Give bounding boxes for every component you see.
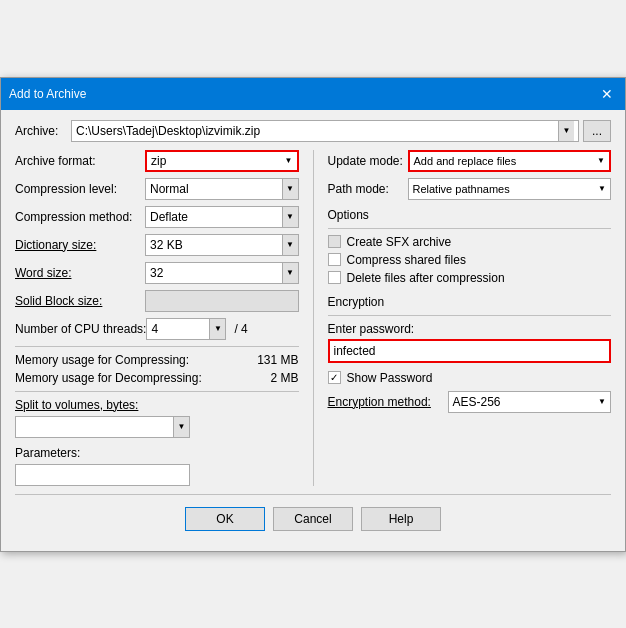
right-panel: Update mode: Add and replace files ▼ Pat…	[328, 150, 612, 486]
mem-decompress-value: 2 MB	[239, 371, 299, 385]
split-arrow[interactable]: ▼	[173, 417, 189, 437]
cpu-threads-combo[interactable]: 4 ▼	[146, 318, 226, 340]
dictionary-size-arrow[interactable]: ▼	[282, 235, 298, 255]
compression-method-combo[interactable]: Deflate ▼	[145, 206, 299, 228]
mem-compress-label: Memory usage for Compressing:	[15, 353, 239, 367]
solid-block-row: Solid Block size:	[15, 290, 299, 312]
compression-method-label: Compression method:	[15, 210, 145, 224]
delete-label: Delete files after compression	[347, 271, 505, 285]
compression-method-row: Compression method: Deflate ▼	[15, 206, 299, 228]
params-label: Parameters:	[15, 446, 80, 460]
password-input[interactable]	[328, 339, 612, 363]
dictionary-size-value: 32 KB	[146, 238, 282, 252]
left-panel: Archive format: zip ▼ Compression level:…	[15, 150, 299, 486]
delete-checkbox[interactable]	[328, 271, 341, 284]
compression-level-value: Normal	[146, 182, 282, 196]
path-mode-row: Path mode: Relative pathnames ▼	[328, 178, 612, 200]
titlebar: Add to Archive ✕	[1, 78, 625, 110]
cpu-threads-total: / 4	[234, 322, 247, 336]
footer: OK Cancel Help	[15, 494, 611, 541]
update-mode-label: Update mode:	[328, 154, 408, 168]
archive-path-arrow[interactable]: ▼	[558, 121, 574, 141]
add-to-archive-dialog: Add to Archive ✕ Archive: C:\Users\Tadej…	[0, 77, 626, 552]
options-label: Options	[328, 208, 369, 222]
enc-method-select[interactable]: AES-256 ▼	[448, 391, 612, 413]
path-mode-value: Relative pathnames	[413, 183, 510, 195]
archive-path-row: Archive: C:\Users\Tadej\Desktop\izvimik.…	[15, 120, 611, 142]
format-arrow: ▼	[285, 156, 293, 165]
enc-method-value: AES-256	[453, 395, 501, 409]
compression-method-value: Deflate	[146, 210, 282, 224]
sfx-checkbox[interactable]	[328, 235, 341, 248]
help-button[interactable]: Help	[361, 507, 441, 531]
cpu-threads-label: Number of CPU threads:	[15, 322, 146, 336]
path-mode-select[interactable]: Relative pathnames ▼	[408, 178, 612, 200]
ok-button[interactable]: OK	[185, 507, 265, 531]
format-select[interactable]: zip ▼	[145, 150, 299, 172]
dictionary-size-row: Dictionary size: 32 KB ▼	[15, 234, 299, 256]
word-size-arrow[interactable]: ▼	[282, 263, 298, 283]
show-password-row: Show Password	[328, 371, 612, 385]
path-mode-label: Path mode:	[328, 182, 408, 196]
mem-compress-value: 131 MB	[239, 353, 299, 367]
cpu-threads-arrow[interactable]: ▼	[209, 319, 225, 339]
compression-level-combo[interactable]: Normal ▼	[145, 178, 299, 200]
mem-decompress-label: Memory usage for Decompressing:	[15, 371, 239, 385]
solid-block-label: Solid Block size:	[15, 294, 145, 308]
mem-decompress-row: Memory usage for Decompressing: 2 MB	[15, 371, 299, 385]
shared-option-row: Compress shared files	[328, 253, 612, 267]
enc-method-label: Encryption method:	[328, 395, 448, 409]
mem-compress-row: Memory usage for Compressing: 131 MB	[15, 353, 299, 367]
show-password-label: Show Password	[347, 371, 433, 385]
params-input[interactable]	[15, 464, 190, 486]
cancel-button[interactable]: Cancel	[273, 507, 353, 531]
compression-method-arrow[interactable]: ▼	[282, 207, 298, 227]
dictionary-size-combo[interactable]: 32 KB ▼	[145, 234, 299, 256]
archive-label: Archive:	[15, 124, 71, 138]
shared-label: Compress shared files	[347, 253, 466, 267]
update-mode-select[interactable]: Add and replace files ▼	[408, 150, 612, 172]
delete-option-row: Delete files after compression	[328, 271, 612, 285]
encryption-section: Encryption Enter password: Show Password…	[328, 295, 612, 413]
panel-divider	[313, 150, 314, 486]
compression-level-arrow[interactable]: ▼	[282, 179, 298, 199]
browse-button[interactable]: ...	[583, 120, 611, 142]
shared-checkbox[interactable]	[328, 253, 341, 266]
split-label: Split to volumes, bytes:	[15, 398, 138, 412]
close-button[interactable]: ✕	[597, 84, 617, 104]
dictionary-size-label: Dictionary size:	[15, 238, 145, 252]
update-mode-row: Update mode: Add and replace files ▼	[328, 150, 612, 172]
word-size-combo[interactable]: 32 ▼	[145, 262, 299, 284]
password-label: Enter password:	[328, 322, 612, 336]
dialog-title: Add to Archive	[9, 87, 86, 101]
format-row: Archive format: zip ▼	[15, 150, 299, 172]
compression-level-label: Compression level:	[15, 182, 145, 196]
encryption-title: Encryption	[328, 295, 385, 309]
enc-method-row: Encryption method: AES-256 ▼	[328, 391, 612, 413]
word-size-value: 32	[146, 266, 282, 280]
format-label: Archive format:	[15, 154, 145, 168]
enc-method-arrow: ▼	[598, 397, 606, 406]
sfx-label: Create SFX archive	[347, 235, 452, 249]
format-value: zip	[151, 154, 166, 168]
word-size-label: Word size:	[15, 266, 145, 280]
solid-block-input[interactable]	[145, 290, 299, 312]
archive-path-value: C:\Users\Tadej\Desktop\izvimik.zip	[76, 124, 558, 138]
path-mode-arrow: ▼	[598, 184, 606, 193]
archive-path-combo[interactable]: C:\Users\Tadej\Desktop\izvimik.zip ▼	[71, 120, 579, 142]
cpu-threads-row: Number of CPU threads: 4 ▼ / 4	[15, 318, 299, 340]
split-combo[interactable]: ▼	[15, 416, 190, 438]
sfx-option-row: Create SFX archive	[328, 235, 612, 249]
word-size-row: Word size: 32 ▼	[15, 262, 299, 284]
update-mode-arrow: ▼	[597, 156, 605, 165]
compression-level-row: Compression level: Normal ▼	[15, 178, 299, 200]
options-section: Create SFX archive Compress shared files…	[328, 235, 612, 285]
update-mode-value: Add and replace files	[414, 155, 517, 167]
cpu-threads-value: 4	[147, 322, 209, 336]
show-password-checkbox[interactable]	[328, 371, 341, 384]
